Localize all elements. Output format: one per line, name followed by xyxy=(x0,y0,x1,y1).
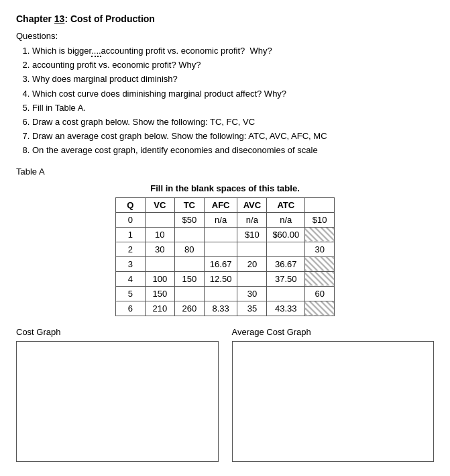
question-8: On the average cost graph, identify econ… xyxy=(32,144,434,156)
cell-1-vc: 10 xyxy=(145,227,174,242)
cell-6-afc: 8.33 xyxy=(204,301,237,316)
cell-5-tc xyxy=(174,286,204,301)
col-header-mc: MC xyxy=(305,197,335,212)
cell-3-vc xyxy=(145,256,174,271)
col-header-afc: AFC xyxy=(204,197,237,212)
cell-5-afc xyxy=(204,286,237,301)
table-instruction: Fill in the blank spaces of this table. xyxy=(16,183,434,193)
avg-cost-graph-box xyxy=(232,341,435,462)
cell-4-atc: 37.50 xyxy=(267,271,305,286)
chapter-title: Chapter 13: Cost of Production xyxy=(16,13,434,24)
cell-1-mc xyxy=(305,227,335,242)
cell-6-atc: 43.33 xyxy=(267,301,305,316)
cell-0-tc: $50 xyxy=(174,212,204,227)
cell-6-mc xyxy=(305,301,335,316)
cell-1-afc xyxy=(204,227,237,242)
question-1: Which is bigger....accounting profit vs.… xyxy=(32,45,434,57)
cell-2-atc xyxy=(267,242,305,256)
cell-0-mc: $10 xyxy=(305,212,335,227)
cell-3-afc: 16.67 xyxy=(204,256,237,271)
cell-4-afc: 12.50 xyxy=(204,271,237,286)
cell-0-afc: n/a xyxy=(204,212,237,227)
table-label: Table A xyxy=(16,166,434,177)
cell-0-vc xyxy=(145,212,174,227)
cell-3-mc xyxy=(305,256,335,271)
col-header-q: Q xyxy=(115,197,145,212)
cell-6-vc: 210 xyxy=(145,301,174,316)
cell-5-avc: 30 xyxy=(237,286,267,301)
cell-2-q: 2 xyxy=(115,242,145,256)
col-header-vc: VC xyxy=(145,197,174,212)
question-5: Fill in Table A. xyxy=(32,102,434,114)
table-container: Fill in the blank spaces of this table. … xyxy=(16,183,434,316)
cell-3-q: 3 xyxy=(115,256,145,271)
cell-4-avc xyxy=(237,271,267,286)
question-4: Which cost curve does diminishing margin… xyxy=(32,88,434,100)
cell-1-tc xyxy=(174,227,204,242)
cost-graph-section: Cost Graph xyxy=(16,327,219,462)
cell-3-tc xyxy=(174,256,204,271)
question-7: Draw an average cost graph below. Show t… xyxy=(32,130,434,142)
cell-0-atc: n/a xyxy=(267,212,305,227)
cell-6-q: 6 xyxy=(115,301,145,316)
cell-4-tc: 150 xyxy=(174,271,204,286)
cell-1-avc: $10 xyxy=(237,227,267,242)
question-2: accounting profit vs. economic profit? W… xyxy=(32,59,434,71)
col-header-atc: ATC xyxy=(267,197,305,212)
cell-6-tc: 260 xyxy=(174,301,204,316)
question-3: Why does marginal product diminish? xyxy=(32,73,434,85)
cell-1-q: 1 xyxy=(115,227,145,242)
cell-5-atc xyxy=(267,286,305,301)
avg-cost-graph-section: Average Cost Graph xyxy=(232,327,435,462)
col-header-tc: TC xyxy=(174,197,204,212)
cell-0-avc: n/a xyxy=(237,212,267,227)
cost-table: Q VC TC AFC AVC ATC MC 0$50n/an/an/a$101… xyxy=(115,197,335,316)
cell-4-q: 4 xyxy=(115,271,145,286)
cell-1-atc: $60.00 xyxy=(267,227,305,242)
cell-5-vc: 150 xyxy=(145,286,174,301)
questions-label: Questions: xyxy=(16,31,434,41)
cell-2-mc: 30 xyxy=(305,242,335,256)
cost-graph-box xyxy=(16,341,219,462)
questions-list: Which is bigger....accounting profit vs.… xyxy=(16,45,434,157)
graphs-area: Cost Graph Average Cost Graph xyxy=(16,327,434,462)
cell-4-vc: 100 xyxy=(145,271,174,286)
cell-5-q: 5 xyxy=(115,286,145,301)
cell-2-tc: 80 xyxy=(174,242,204,256)
cost-graph-label: Cost Graph xyxy=(16,327,219,337)
question-6: Draw a cost graph below. Show the follow… xyxy=(32,116,434,128)
avg-cost-graph-label: Average Cost Graph xyxy=(232,327,435,337)
cell-2-avc xyxy=(237,242,267,256)
cell-2-vc: 30 xyxy=(145,242,174,256)
cell-4-mc xyxy=(305,271,335,286)
cell-6-avc: 35 xyxy=(237,301,267,316)
cell-5-mc: 60 xyxy=(305,286,335,301)
cell-2-afc xyxy=(204,242,237,256)
cell-3-atc: 36.67 xyxy=(267,256,305,271)
col-header-avc: AVC xyxy=(237,197,267,212)
cell-3-avc: 20 xyxy=(237,256,267,271)
cell-0-q: 0 xyxy=(115,212,145,227)
